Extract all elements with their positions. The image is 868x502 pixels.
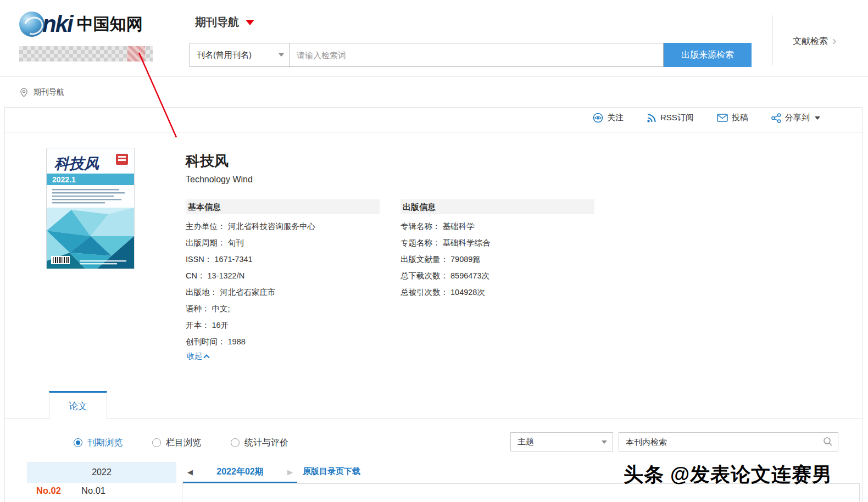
info-row-founded: 创刊时间：1988 [186, 333, 315, 350]
radio-label: 刊期浏览 [87, 437, 123, 449]
publication-source-search-button[interactable]: 出版来源检索 [664, 43, 752, 67]
chevron-up-icon [203, 354, 209, 360]
breadcrumb[interactable]: 期刊导航 [20, 87, 64, 97]
red-caret-down-icon [246, 20, 254, 25]
current-issue-label[interactable]: 2022年02期 [216, 466, 263, 478]
info-row-language: 语种：中文; [186, 300, 315, 317]
radio-icon [152, 438, 161, 447]
info-row-frequency: 出版周期：旬刊 [186, 235, 315, 251]
radio-stats-evaluation[interactable]: 统计与评价 [231, 437, 288, 449]
radio-label: 统计与评价 [244, 437, 288, 449]
cnki-globe-icon [19, 12, 44, 37]
info-row-series: 专辑名称：基础科学 [400, 218, 491, 235]
contribute-button[interactable]: 投稿 [717, 113, 748, 123]
rss-icon [647, 113, 656, 123]
pub-info-heading: 出版信息 [400, 199, 594, 214]
chevron-down-icon [279, 53, 284, 57]
inner-search-wrap [619, 432, 838, 451]
cover-title-text: 科技风 [54, 155, 99, 172]
radio-icon [74, 438, 82, 447]
browse-mode-row: 刊期浏览 栏目浏览 统计与评价 [74, 433, 288, 453]
follow-button[interactable]: 关注 [593, 113, 624, 123]
journal-cover-art: 科技风 2022.1 [47, 148, 134, 269]
info-row-format: 开本：16开 [186, 317, 315, 333]
year-item-2022[interactable]: 2022 [27, 462, 176, 483]
radio-issue-browse[interactable]: 刊期浏览 [74, 437, 123, 449]
original-toc-download-link[interactable]: 原版目录页下载 [303, 466, 360, 477]
search-field-dropdown[interactable]: 刊名(曾用刊名) [190, 43, 290, 67]
share-button[interactable]: 分享到 [771, 113, 820, 123]
chevron-down-icon [602, 440, 607, 444]
basic-info-list: 主办单位：河北省科技咨询服务中心 出版周期：旬刊 ISSN：1671-7341 … [186, 218, 315, 350]
blurred-region-red [127, 46, 145, 62]
rss-label: RSS订阅 [660, 113, 694, 123]
info-row-topic: 专题名称：基础科学综合 [400, 235, 491, 251]
info-row-sponsor: 主办单位：河北省科技咨询服务中心 [186, 218, 315, 235]
eye-icon [593, 113, 603, 123]
location-pin-icon [20, 88, 28, 97]
tab-separator-line [5, 419, 862, 419]
contribute-label: 投稿 [732, 113, 748, 123]
pub-info-list: 专辑名称：基础科学 专题名称：基础科学综合 出版文献量：79089篇 总下载次数… [400, 218, 491, 300]
info-row-doc-count: 出版文献量：79089篇 [400, 251, 491, 267]
journal-title: 科技风 [186, 152, 229, 171]
journal-nav-title-dropdown[interactable]: 期刊导航 [195, 15, 254, 30]
journal-detail-panel: 关注 RSS订阅 投稿 分享到 [4, 107, 863, 502]
tab-papers[interactable]: 论文 [49, 391, 107, 419]
issue-nav: ◀ 2022年02期 ▶ [183, 462, 297, 483]
logo-chinese-text: 中国知网 [77, 13, 143, 36]
blurred-region [19, 46, 153, 62]
chevron-right-icon: › [832, 35, 836, 47]
radio-icon [231, 438, 240, 447]
topic-dropdown-value: 主题 [518, 437, 534, 447]
issue-no-01[interactable]: No.01 [81, 486, 105, 496]
radio-column-browse[interactable]: 栏目浏览 [152, 437, 201, 449]
envelope-icon [717, 114, 728, 122]
prev-issue-arrow-icon[interactable]: ◀ [187, 468, 193, 476]
watermark-text: 头条 @发表论文连赛男 [624, 461, 832, 488]
info-row-cn: CN：13-1322/N [186, 267, 315, 284]
basic-info-heading: 基本信息 [186, 199, 380, 214]
collapse-label: 收起 [187, 352, 202, 361]
search-input[interactable] [290, 43, 664, 67]
publication-search-bar: 刊名(曾用刊名) 出版来源检索 [190, 43, 752, 67]
cover-issue-text: 2022.1 [52, 175, 76, 184]
breadcrumb-label: 期刊导航 [34, 87, 64, 97]
next-issue-arrow-icon[interactable]: ▶ [287, 468, 293, 476]
follow-label: 关注 [607, 113, 624, 123]
journal-cover: 科技风 2022.1 [46, 148, 135, 269]
logo-nki-text: nki [42, 11, 73, 37]
document-search-link[interactable]: 文献检索 › [793, 35, 836, 47]
search-field-value: 刊名(曾用刊名) [197, 50, 252, 60]
collapse-link[interactable]: 收起 [187, 352, 209, 361]
header-divider [772, 15, 773, 65]
cnki-logo[interactable]: nki 中国知网 [19, 11, 143, 37]
journal-nav-title: 期刊导航 [195, 15, 239, 30]
document-search-label: 文献检索 [793, 36, 828, 47]
info-row-citations: 总被引次数：104928次 [400, 284, 491, 300]
rss-subscribe-button[interactable]: RSS订阅 [647, 113, 694, 123]
share-icon [771, 113, 781, 123]
magnifier-icon[interactable] [823, 437, 833, 447]
issue-no-02[interactable]: No.02 [36, 486, 61, 496]
radio-label: 栏目浏览 [166, 437, 201, 449]
info-row-downloads: 总下载次数：8596473次 [400, 267, 491, 284]
journal-inner-search-input[interactable] [619, 432, 838, 451]
header: nki 中国知网 期刊导航 刊名(曾用刊名) 出版来源检索 文献检索 › [0, 0, 868, 77]
caret-down-icon [815, 116, 820, 120]
share-label: 分享到 [785, 113, 810, 123]
journal-title-en: Technology Wind [186, 175, 253, 185]
info-row-issn: ISSN：1671-7341 [186, 251, 315, 267]
info-row-place: 出版地：河北省石家庄市 [186, 284, 315, 300]
topic-dropdown[interactable]: 主题 [510, 432, 613, 451]
journal-actions: 关注 RSS订阅 投稿 分享到 [593, 113, 820, 123]
